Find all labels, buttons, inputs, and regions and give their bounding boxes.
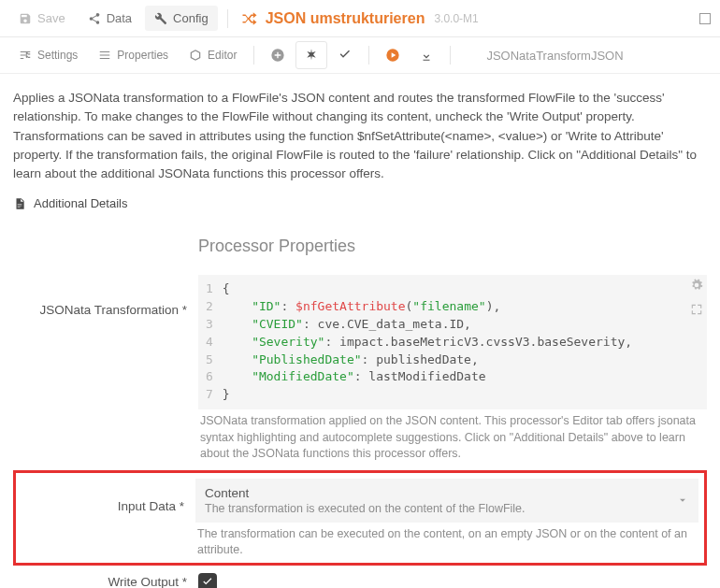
additional-details-link[interactable]: Additional Details	[0, 191, 720, 223]
version: 3.0.0-M1	[434, 12, 478, 25]
tab-properties[interactable]: Properties	[89, 41, 178, 69]
config-label: Config	[173, 11, 209, 25]
jsonata-help: JSONata transformation applied on the JS…	[198, 409, 707, 463]
code-content: { "ID": $nfGetAttribute("filename"), "CV…	[223, 280, 632, 404]
asterisk-icon	[304, 48, 319, 63]
wrench-icon	[154, 12, 167, 25]
expand-icon[interactable]	[690, 303, 703, 316]
input-data-help: The transformation can be executed on th…	[195, 523, 698, 559]
tab-properties-label: Properties	[117, 49, 168, 62]
cube-icon	[189, 49, 202, 62]
share-icon	[88, 12, 101, 25]
arrow-down-icon	[420, 49, 433, 62]
list-icon	[98, 49, 111, 62]
save-icon	[19, 12, 32, 25]
additional-details-label: Additional Details	[34, 196, 127, 210]
play-button[interactable]	[377, 41, 409, 69]
jsonata-code-input[interactable]: 1234567 { "ID": $nfGetAttribute("filenam…	[198, 275, 707, 409]
write-output-label: Write Output *	[13, 573, 198, 588]
plus-circle-icon	[270, 48, 285, 63]
divider	[450, 46, 451, 65]
save-button: Save	[9, 6, 75, 31]
check-button[interactable]	[329, 41, 361, 69]
jsonata-label: JSONata Transformation *	[13, 275, 198, 317]
tab-editor-label: Editor	[208, 49, 237, 62]
chevron-down-icon	[676, 494, 689, 507]
input-data-value: Content	[205, 486, 670, 500]
data-button[interactable]: Data	[79, 6, 141, 31]
maximize-icon[interactable]	[699, 13, 711, 24]
check-icon	[338, 48, 353, 63]
save-label: Save	[37, 11, 65, 25]
add-button[interactable]	[262, 41, 294, 69]
check-icon	[201, 576, 214, 588]
line-gutter: 1234567	[198, 280, 223, 404]
document-icon	[13, 197, 26, 210]
asterisk-button[interactable]	[295, 41, 327, 69]
tab-settings[interactable]: Settings	[9, 41, 87, 69]
config-button[interactable]: Config	[145, 6, 218, 31]
gears-icon[interactable]	[690, 279, 703, 292]
input-data-select[interactable]: Content The transformation is executed o…	[195, 479, 698, 523]
input-data-value-desc: The transformation is executed on the co…	[205, 502, 670, 515]
page-title: JSON umstrukturieren	[266, 10, 425, 27]
step-button[interactable]	[410, 41, 442, 69]
sliders-icon	[19, 49, 32, 62]
title-block: JSON umstrukturieren 3.0.0-M1	[241, 10, 479, 27]
breadcrumb: JSONataTransformJSON	[486, 49, 623, 63]
section-title: Processor Properties	[198, 223, 707, 267]
processor-description: Applies a JSONata transformation to a Fl…	[0, 74, 720, 191]
shuffle-icon	[241, 10, 258, 27]
input-data-label: Input Data *	[22, 479, 195, 513]
divider	[227, 9, 228, 28]
tab-settings-label: Settings	[37, 49, 78, 62]
divider	[368, 46, 369, 65]
play-circle-icon	[385, 48, 400, 63]
data-label: Data	[107, 11, 132, 25]
divider	[253, 46, 254, 65]
write-output-checkbox[interactable]	[198, 573, 217, 588]
tab-editor[interactable]: Editor	[180, 41, 246, 69]
